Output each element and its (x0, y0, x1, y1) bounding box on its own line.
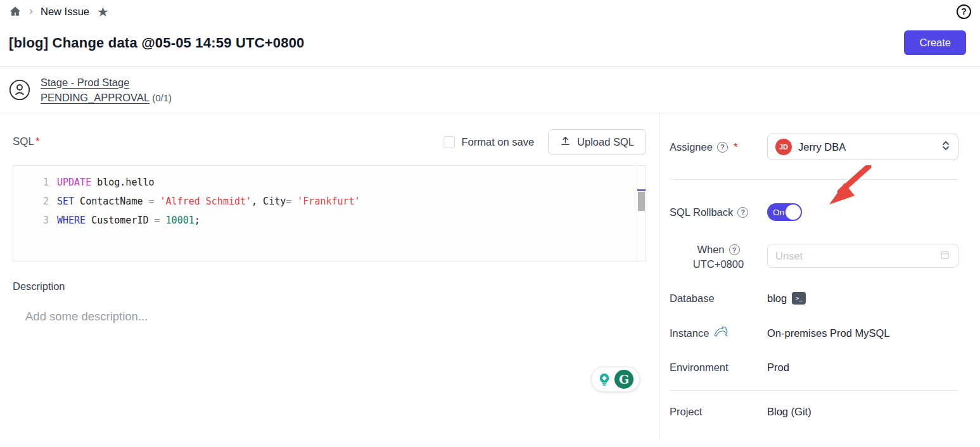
issue-sidebar: Assignee ? * JD Jerry DBA SQL Rollback ? (659, 113, 980, 439)
sql-rollback-label: SQL Rollback ? (670, 206, 767, 218)
assignee-select[interactable]: JD Jerry DBA (767, 134, 958, 160)
instance-label: Instance (670, 325, 767, 341)
stage-status-line: PENDING_APPROVAL (0/1) (41, 92, 172, 104)
create-button[interactable]: Create (904, 30, 966, 55)
when-label: When ? UTC+0800 (670, 244, 767, 270)
when-timezone: UTC+0800 (693, 258, 744, 270)
instance-row: Instance On-premises Prod MySQL (670, 325, 958, 341)
line-number: 1 (13, 173, 49, 192)
upload-icon (560, 135, 571, 149)
help-icon[interactable]: ? (957, 4, 971, 19)
stage-texts: Stage - Prod Stage PENDING_APPROVAL (0/1… (41, 77, 172, 104)
help-circle-icon[interactable]: ? (729, 244, 740, 255)
environment-row: Environment Prod (670, 362, 958, 374)
sql-editor[interactable]: 1UPDATE blog.hello2SET ContactName = 'Al… (13, 165, 646, 261)
stage-status-link[interactable]: PENDING_APPROVAL (41, 92, 150, 103)
main-split: SQL* Format on save Upload SQL 1UPDATE b… (0, 113, 980, 439)
when-date-input[interactable]: Unset (767, 244, 958, 268)
upload-sql-button[interactable]: Upload SQL (548, 129, 646, 155)
avatar: JD (775, 139, 792, 155)
description-label: Description (13, 280, 646, 293)
line-number: 2 (13, 192, 49, 211)
scrollbar-thumb[interactable] (638, 192, 645, 211)
help-circle-icon[interactable]: ? (737, 207, 748, 218)
mysql-dolphin-icon (713, 325, 729, 341)
home-icon[interactable] (9, 5, 22, 18)
project-label: Project (670, 406, 767, 418)
toggle-knob (786, 205, 801, 220)
stage-progress: (0/1) (152, 92, 172, 103)
title-row: [blog] Change data @05-05 14:59 UTC+0800… (0, 23, 980, 66)
code-line[interactable]: 1UPDATE blog.hello (13, 173, 646, 192)
grammarly-widget[interactable]: G (591, 367, 640, 392)
toggle-state-label: On (773, 208, 784, 217)
sql-rollback-toggle[interactable]: On (767, 203, 802, 221)
assignee-avatar-icon (9, 79, 30, 101)
code-lines: 1UPDATE blog.hello2SET ContactName = 'Al… (13, 166, 646, 230)
environment-label: Environment (670, 362, 767, 374)
environment-value: Prod (767, 362, 789, 374)
breadcrumb: › New Issue ★ ? (0, 0, 980, 23)
breadcrumb-chevron-icon: › (29, 4, 33, 18)
project-row: Project Blog (Git) (670, 406, 958, 418)
star-icon[interactable]: ★ (97, 5, 109, 18)
database-row: Database blog >_ (670, 292, 958, 305)
date-placeholder: Unset (775, 250, 803, 262)
line-number: 3 (13, 211, 49, 230)
when-row: When ? UTC+0800 Unset (670, 244, 958, 270)
terminal-icon[interactable]: >_ (792, 292, 806, 305)
grammarly-icon[interactable]: G (614, 370, 633, 389)
database-label: Database (670, 293, 767, 305)
code-line[interactable]: 3WHERE CustomerID = 10001; (13, 211, 646, 230)
instance-value: On-premises Prod MySQL (767, 327, 889, 339)
calendar-icon (939, 249, 950, 263)
stage-link[interactable]: Stage - Prod Stage (41, 77, 172, 89)
editor-scrollbar[interactable] (637, 166, 646, 261)
scrollbar-cursor-mark (637, 189, 646, 191)
required-asterisk: * (734, 141, 737, 153)
upload-label: Upload SQL (577, 136, 634, 148)
chevron-updown-icon (941, 140, 950, 154)
code-line[interactable]: 2SET ContactName = 'Alfred Schmidt', Cit… (13, 192, 646, 211)
format-on-save-checkbox[interactable] (443, 136, 455, 148)
sql-header: SQL* Format on save Upload SQL (13, 129, 646, 155)
sql-rollback-row: SQL Rollback ? On (670, 203, 958, 221)
left-column: SQL* Format on save Upload SQL 1UPDATE b… (0, 113, 659, 439)
database-value[interactable]: blog (767, 293, 787, 305)
breadcrumb-page-label[interactable]: New Issue (41, 6, 89, 18)
divider (670, 179, 958, 180)
page-title: [blog] Change data @05-05 14:59 UTC+0800 (9, 35, 305, 51)
assignee-value: Jerry DBA (798, 141, 846, 153)
required-asterisk: * (35, 135, 40, 148)
stage-row: Stage - Prod Stage PENDING_APPROVAL (0/1… (0, 67, 980, 113)
assignee-row: Assignee ? * JD Jerry DBA (670, 134, 958, 160)
help-circle-icon[interactable]: ? (717, 142, 728, 153)
sql-label: SQL* (13, 135, 40, 148)
lightbulb-icon[interactable] (597, 372, 611, 386)
format-on-save-label: Format on save (461, 136, 534, 148)
description-input[interactable]: Add some description... (25, 310, 646, 324)
assignee-label: Assignee ? * (670, 141, 767, 153)
project-value: Blog (Git) (767, 406, 811, 418)
divider (670, 390, 958, 391)
